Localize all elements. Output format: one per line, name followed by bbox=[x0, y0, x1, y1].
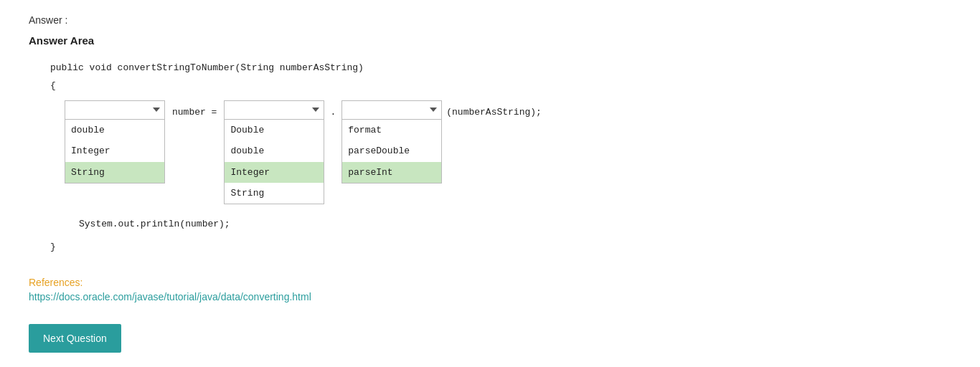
answer-label: Answer : bbox=[29, 14, 951, 26]
dropdown3-container[interactable]: format parseDouble parseInt bbox=[341, 100, 442, 184]
code-block: public void convertStringToNumber(String… bbox=[36, 59, 951, 255]
references-link[interactable]: https://docs.oracle.com/javase/tutorial/… bbox=[29, 291, 311, 302]
dropdown2-container[interactable]: Double double Integer String bbox=[224, 100, 324, 205]
dropdown1-container[interactable]: double Integer String bbox=[65, 100, 165, 184]
dropdown-row: double Integer String number = Double bbox=[65, 100, 951, 205]
dropdown3-options: format parseDouble parseInt bbox=[342, 120, 441, 183]
colon: : bbox=[62, 14, 68, 26]
dropdown2[interactable]: Double double Integer String bbox=[224, 100, 324, 205]
dropdown2-arrow-icon bbox=[312, 108, 319, 112]
references-section: References: https://docs.oracle.com/java… bbox=[29, 277, 951, 302]
dot-sign: . bbox=[330, 100, 336, 120]
code-text-2: { bbox=[50, 80, 56, 91]
dropdown1-header[interactable] bbox=[65, 101, 164, 120]
dropdown3-arrow-icon bbox=[430, 108, 437, 112]
dropdown1-options: double Integer String bbox=[65, 120, 164, 183]
dropdown2-option-Integer[interactable]: Integer bbox=[225, 162, 324, 183]
dropdown1-option-integer[interactable]: Integer bbox=[65, 140, 164, 161]
answer-text: Answer bbox=[29, 14, 62, 26]
dropdown1-option-string[interactable]: String bbox=[65, 162, 164, 183]
dropdown1[interactable]: double Integer String bbox=[65, 100, 165, 184]
page-container: Answer : Answer Area public void convert… bbox=[0, 0, 980, 367]
dropdown2-options: Double double Integer String bbox=[225, 120, 324, 204]
dropdown3-header[interactable] bbox=[342, 101, 441, 120]
code-text-4: System.out.println(number); bbox=[79, 219, 230, 229]
code-text-1: public void convertStringToNumber(String… bbox=[50, 62, 364, 73]
dropdown3-option-parseInt[interactable]: parseInt bbox=[342, 162, 441, 183]
code-line-5: } bbox=[50, 239, 951, 255]
equals-sign: number = bbox=[172, 100, 217, 120]
dropdown2-header[interactable] bbox=[225, 101, 324, 120]
code-line-1: public void convertStringToNumber(String… bbox=[50, 59, 951, 76]
references-label: References: bbox=[29, 277, 951, 288]
dropdown1-option-double[interactable]: double bbox=[65, 120, 164, 140]
dropdown3[interactable]: format parseDouble parseInt bbox=[341, 100, 442, 184]
dropdown2-option-String[interactable]: String bbox=[225, 183, 324, 204]
code-text-5: } bbox=[50, 242, 56, 252]
dropdown1-arrow-icon bbox=[153, 108, 160, 112]
dropdown2-option-Double[interactable]: Double bbox=[225, 120, 324, 140]
dropdown3-option-parseDouble[interactable]: parseDouble bbox=[342, 140, 441, 161]
code-line-2: { bbox=[50, 77, 951, 94]
dropdown2-option-double[interactable]: double bbox=[225, 140, 324, 161]
dropdown3-option-format[interactable]: format bbox=[342, 120, 441, 140]
answer-area-title: Answer Area bbox=[29, 34, 951, 47]
next-question-button[interactable]: Next Question bbox=[29, 324, 121, 353]
code-line-4: System.out.println(number); bbox=[79, 216, 951, 232]
paren-suffix: (numberAsString); bbox=[446, 100, 542, 120]
